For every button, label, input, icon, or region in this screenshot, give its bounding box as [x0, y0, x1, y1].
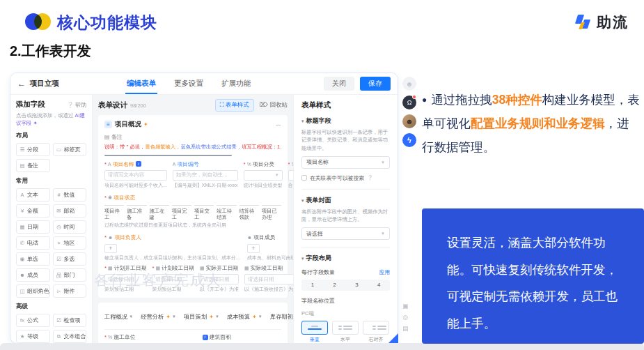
date-field: *▦计划开工日期请选择日期策划预估工期 — [104, 264, 146, 293]
date-input[interactable]: 请选择日期 — [200, 274, 239, 284]
status-option[interactable]: 项目完工 — [172, 205, 191, 220]
field-label: *▦计划开工日期 — [104, 264, 146, 272]
note-field[interactable]: ▤ 备注 — [104, 133, 281, 141]
mini-tools: ▣ ◎ ▤ — [402, 303, 409, 332]
avatar[interactable]: ☻ — [402, 114, 416, 128]
close-button[interactable]: 关闭 — [324, 77, 354, 91]
tab-编辑表单[interactable]: 编辑表单 — [125, 73, 157, 94]
resize-corner[interactable] — [388, 333, 398, 343]
field-type-item[interactable]: ⌖地区 — [53, 236, 87, 250]
column-count-option[interactable]: 4 — [368, 280, 390, 291]
field-type-item[interactable]: ✆电话 — [16, 236, 50, 250]
field-type-item[interactable]: ◉单选 — [16, 252, 50, 266]
field-type-icon: # — [56, 192, 62, 198]
field-type-item[interactable]: ☑多选 — [53, 252, 87, 266]
field-select[interactable]: ▼ — [244, 170, 283, 181]
help-link[interactable]: ❔ 帮助 — [67, 101, 86, 109]
status-option[interactable]: 施工准备 — [127, 205, 146, 220]
sidebar-title: 添加字段 — [16, 100, 45, 109]
feature-bullet-text: 通过拖拉拽38种控件构建业务模型，表单可视化配置业务规则和业务逻辑，进行数据管理… — [422, 88, 641, 159]
apply-link[interactable]: 应用 — [379, 268, 390, 276]
rows-label: 每行字段数量 — [301, 268, 335, 276]
field-type-item[interactable]: ¥金额 — [16, 204, 50, 218]
save-button[interactable]: 保存 — [360, 77, 391, 91]
collapse-icon[interactable]: ︿ — [276, 121, 281, 128]
notification-bell-icon[interactable]: Ω — [402, 96, 416, 109]
layout-option-right[interactable]: 右对齐 — [363, 321, 389, 343]
status-option[interactable]: 结算待领款 — [239, 205, 259, 220]
field-input[interactable]: 请填写文本内容 — [104, 170, 167, 181]
field-type-item[interactable]: ☑检查项 — [53, 314, 87, 327]
status-option[interactable]: 施工在建 — [150, 205, 169, 220]
tool-icon[interactable]: ◎ — [402, 314, 409, 321]
date-input[interactable]: 请选择日期 — [244, 274, 293, 284]
field-type-item[interactable]: ✉邮箱 — [53, 204, 87, 218]
field-type-item[interactable]: ▭标签页 — [53, 143, 87, 156]
field-type-item[interactable]: A文本 — [16, 188, 50, 201]
page-title: 核心功能模块 — [57, 12, 157, 33]
searchable-checkbox[interactable]: 在关联表中可以被搜索❔ — [301, 174, 390, 182]
layout-option-horiz[interactable]: 水平 — [332, 321, 359, 343]
field-group-name: 布局 — [16, 132, 86, 140]
form-instruction: 说明：带＂必填，黄色频繁输入，蓝色系统带出或公式结果，填写工程概况：1、项目负责… — [104, 144, 281, 151]
date-input[interactable]: 请选择日期 — [152, 274, 194, 284]
field-type-item[interactable]: 品部门 — [53, 268, 87, 282]
status-option[interactable]: 项目停工 — [104, 205, 124, 220]
add-member-button[interactable]: + — [247, 244, 260, 253]
cover-select[interactable]: 请选择▼ — [301, 227, 390, 240]
name-pos-label: 字段名称位置 — [301, 297, 390, 305]
field-type-item[interactable]: ☰分段 — [16, 143, 50, 156]
field-group-grid: fx公式☑检查项★等级⧉文本组合#自动编号≣富文本▥证件◎定位✎签名▣文本识别✦… — [16, 314, 86, 344]
field-helper: 以《开工令》为准 — [200, 286, 239, 293]
column-count-option[interactable]: 1 — [301, 280, 324, 291]
user-icon[interactable]: ☻ — [402, 77, 416, 91]
status-option[interactable]: 竣工待结算 — [217, 205, 236, 220]
placeholder: 请选择日期 — [203, 276, 230, 283]
title-field-section[interactable]: ▾标题字段 — [301, 116, 390, 125]
form-style-button[interactable]: ⛶ 表单样式 — [215, 99, 254, 112]
field-type-item[interactable]: ◫组织角色 — [16, 284, 50, 298]
field-label: *A项目名称i — [104, 160, 167, 168]
panel2-tab-成本预算[interactable]: 成本预算✦▼ — [227, 313, 262, 321]
panel2-tab-工程概况[interactable]: 工程概况▼ — [104, 313, 133, 321]
field-type-item[interactable]: ☻成员 — [16, 268, 50, 282]
status-option[interactable]: 项目交工 — [194, 205, 214, 220]
field-input[interactable]: 如果为空，则自动生... — [173, 170, 238, 181]
field-count: 98/200 — [130, 102, 146, 109]
field-type-label: 数值 — [64, 191, 75, 199]
field-type-item[interactable]: ◷时间 — [53, 220, 87, 234]
field-select[interactable]: ▼ — [288, 170, 293, 181]
assistant-bolt-icon[interactable]: ϟ — [402, 133, 416, 147]
status-option[interactable]: 项目已办理 — [262, 205, 281, 220]
info-icon: i — [136, 161, 141, 167]
field-type-item[interactable]: #数值 — [53, 188, 87, 201]
panel2-tab-经营分析[interactable]: 经营分析✦▼ — [141, 313, 176, 321]
layout-option-vert[interactable]: 垂直 — [301, 321, 328, 343]
field-layout-section[interactable]: ▾字段布局 — [301, 254, 390, 263]
title-field-select[interactable]: 项目名称▼ — [301, 156, 390, 169]
field-type-item[interactable]: ★等级 — [16, 330, 50, 343]
add-member-button[interactable]: + — [104, 244, 117, 253]
recycle-bin-button[interactable]: ⌦ 回收站 — [260, 101, 288, 109]
field-type-item[interactable]: ⧉文本组合 — [53, 330, 87, 343]
tool-icon[interactable]: ▤ — [402, 325, 409, 332]
panel2-tab-库存期初[interactable]: 库存期初✦▼ — [270, 313, 293, 321]
field-helper: 统计项目业绩类型 — [244, 182, 283, 189]
tab-更多设置[interactable]: 更多设置 — [173, 73, 205, 94]
field-type-item[interactable]: ▤备注 — [16, 159, 50, 172]
panel2-tab-项目策划[interactable]: 项目策划✦▼ — [184, 313, 219, 321]
field-type-label: 部门 — [64, 271, 75, 279]
column-count-option[interactable]: 2 — [324, 280, 346, 291]
column-count-option[interactable]: 3 — [346, 280, 368, 291]
form-cover-section[interactable]: ▾表单封面 — [301, 196, 390, 205]
field-group-grid: ☰分段▭标签页▤备注 — [16, 143, 86, 172]
tool-icon[interactable]: ▣ — [402, 303, 409, 310]
field-type-label: 文本 — [27, 191, 38, 199]
chevron-down-icon: ▼ — [172, 314, 176, 319]
field-type-item[interactable]: ▦日期 — [16, 220, 50, 234]
date-input[interactable]: 请选择日期 — [104, 274, 146, 284]
back-icon[interactable]: ← — [17, 79, 26, 89]
field-type-item[interactable]: fx公式 — [16, 314, 50, 327]
field-type-item[interactable]: ⌲附件 — [53, 284, 87, 298]
tab-扩展功能[interactable]: 扩展功能 — [220, 73, 252, 94]
